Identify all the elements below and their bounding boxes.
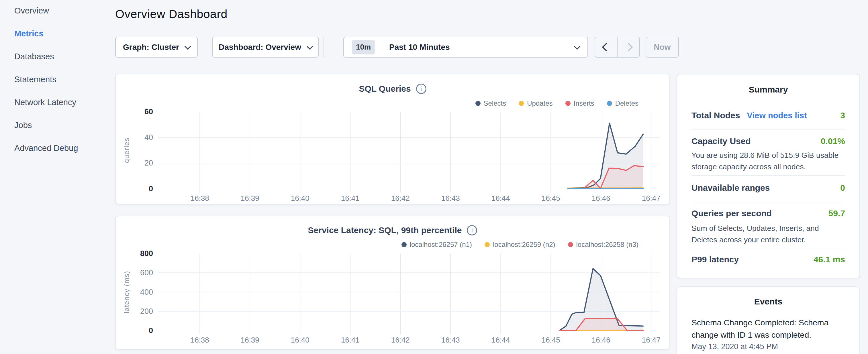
legend-label: Inserts <box>574 99 594 107</box>
events-panel: Events Schema Change Completed: Schema c… <box>677 286 860 354</box>
series-dot-icon <box>565 101 570 106</box>
svg-text:400: 400 <box>140 288 153 296</box>
dashboard-label: Dashboard: Overview <box>219 43 301 52</box>
svg-text:16:47: 16:47 <box>642 194 660 202</box>
sidebar-item-advanced-debug[interactable]: Advanced Debug <box>14 144 115 152</box>
svg-text:600: 600 <box>140 268 153 277</box>
legend-item: Inserts <box>565 99 594 107</box>
svg-text:16:46: 16:46 <box>592 336 610 344</box>
summary-label: Unavailable ranges <box>691 183 770 193</box>
legend-item: Updates <box>519 99 553 107</box>
svg-text:16:38: 16:38 <box>191 194 209 202</box>
summary-row-p99: P99 latency 46.1 ms <box>691 255 845 264</box>
legend-item: localhost:26258 (n3) <box>568 240 639 249</box>
sidebar-item-databases[interactable]: Databases <box>14 52 115 61</box>
svg-text:0: 0 <box>149 185 153 193</box>
legend-label: Selects <box>484 99 506 107</box>
legend-label: Updates <box>527 99 553 107</box>
series-dot-icon <box>607 101 612 106</box>
sidebar-item-overview[interactable]: Overview <box>14 6 115 15</box>
svg-text:16:38: 16:38 <box>191 336 209 344</box>
svg-text:latency (ms): latency (ms) <box>123 271 130 313</box>
time-range-badge: 10m <box>352 40 375 55</box>
svg-text:queries: queries <box>123 137 130 163</box>
prev-range-button[interactable] <box>595 37 618 57</box>
svg-text:16:42: 16:42 <box>391 194 410 202</box>
svg-text:16:45: 16:45 <box>541 194 560 202</box>
graph-scope-dropdown[interactable]: Graph: Cluster <box>115 37 198 58</box>
svg-text:40: 40 <box>145 133 153 142</box>
series-dot-icon <box>568 242 573 247</box>
next-range-button[interactable] <box>618 37 639 57</box>
sql-queries-card: 16:3816:3916:4016:4116:4216:4316:4416:45… <box>115 74 670 204</box>
sidebar-item-network-latency[interactable]: Network Latency <box>14 98 115 106</box>
chart-title: Service Latency: SQL, 99th percentile <box>308 225 462 235</box>
divider <box>691 248 845 248</box>
svg-text:0: 0 <box>149 326 153 335</box>
time-pager <box>595 37 640 58</box>
legend-item: Selects <box>475 99 506 107</box>
chevron-left-icon <box>602 43 610 52</box>
summary-label: Total Nodes <box>691 110 740 120</box>
svg-text:16:44: 16:44 <box>492 194 510 202</box>
summary-value: 59.7 <box>829 208 845 218</box>
dashboard-dropdown[interactable]: Dashboard: Overview <box>212 37 319 58</box>
svg-text:800: 800 <box>140 249 153 258</box>
chevron-down-icon <box>307 43 313 50</box>
svg-text:20: 20 <box>145 159 153 167</box>
svg-text:16:41: 16:41 <box>341 194 360 202</box>
legend-label: localhost:26259 (n2) <box>493 240 555 249</box>
now-button[interactable]: Now <box>646 37 679 58</box>
sidebar-item-jobs[interactable]: Jobs <box>14 121 115 129</box>
info-icon[interactable]: i <box>416 84 426 94</box>
summary-row-unavailable-ranges: Unavailable ranges 0 <box>691 183 845 193</box>
summary-title: Summary <box>677 85 859 95</box>
chevron-down-icon <box>574 43 581 50</box>
summary-row-qps: Queries per second 59.7 <box>691 208 845 218</box>
summary-value: 0 <box>840 183 845 193</box>
svg-text:16:40: 16:40 <box>291 194 309 202</box>
chart-legend: localhost:26257 (n1) localhost:26259 (n2… <box>401 240 639 249</box>
divider <box>691 175 845 176</box>
divider <box>691 202 845 202</box>
series-dot-icon <box>475 101 480 106</box>
summary-value: 3 <box>840 110 845 120</box>
summary-value: 46.1 ms <box>813 255 845 264</box>
sidebar-item-metrics[interactable]: Metrics <box>14 29 115 38</box>
svg-text:16:44: 16:44 <box>492 336 510 344</box>
chevron-down-icon <box>185 43 191 50</box>
page-title: Overview Dashboard <box>115 7 227 21</box>
service-latency-chart[interactable]: 16:3816:3916:4016:4116:4216:4316:4416:45… <box>116 216 670 349</box>
svg-text:16:45: 16:45 <box>541 336 560 344</box>
svg-text:200: 200 <box>140 307 153 316</box>
service-latency-card: 16:3816:3916:4016:4116:4216:4316:4416:45… <box>115 216 670 350</box>
svg-text:16:39: 16:39 <box>241 336 259 344</box>
time-range-dropdown[interactable]: 10m Past 10 Minutes <box>343 37 588 58</box>
summary-label: Queries per second <box>691 208 772 218</box>
series-dot-icon <box>519 101 524 106</box>
summary-label: P99 latency <box>691 255 739 264</box>
legend-item: localhost:26257 (n1) <box>401 240 472 249</box>
sidebar: Overview Metrics Databases Statements Ne… <box>0 0 115 354</box>
svg-text:16:46: 16:46 <box>592 194 610 202</box>
svg-text:16:42: 16:42 <box>391 336 410 344</box>
summary-description: You are using 28.6 MiB of 515.9 GiB usab… <box>691 150 846 172</box>
db-console-app: Overview Metrics Databases Statements Ne… <box>0 0 868 354</box>
view-nodes-list-link[interactable]: View nodes list <box>747 111 807 120</box>
toolbar-divider <box>323 37 323 58</box>
summary-label: Capacity Used <box>691 136 751 146</box>
series-dot-icon <box>401 242 407 247</box>
divider <box>691 129 845 130</box>
svg-text:16:43: 16:43 <box>441 194 460 202</box>
events-title: Events <box>677 297 859 307</box>
summary-row-total-nodes: Total Nodes View nodes list 3 <box>691 110 845 120</box>
info-icon[interactable]: i <box>467 225 477 235</box>
event-message: Schema Change Completed: Schema change w… <box>691 317 848 341</box>
svg-text:16:43: 16:43 <box>441 336 460 344</box>
event-timestamp: May 13, 2020 at 4:45 PM <box>691 342 778 351</box>
summary-row-capacity: Capacity Used 0.01% <box>691 136 845 146</box>
legend-item: Deletes <box>607 99 639 107</box>
sidebar-item-statements[interactable]: Statements <box>14 75 115 84</box>
legend-item: localhost:26259 (n2) <box>485 240 555 249</box>
svg-text:16:39: 16:39 <box>241 194 259 202</box>
